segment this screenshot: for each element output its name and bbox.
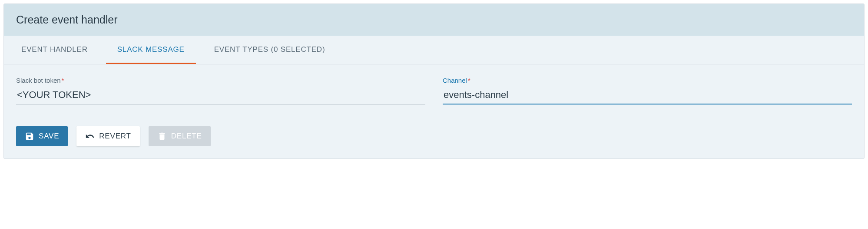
- save-icon: [25, 131, 34, 141]
- tab-slack-message[interactable]: SLACK MESSAGE: [106, 36, 196, 64]
- tab-event-handler[interactable]: EVENT HANDLER: [10, 36, 99, 64]
- save-button-label: SAVE: [39, 132, 59, 141]
- field-slack-bot-token: Slack bot token*: [16, 77, 425, 104]
- form-content: Slack bot token* Channel*: [4, 64, 864, 109]
- delete-button-label: DELETE: [171, 132, 202, 141]
- delete-button: DELETE: [149, 126, 211, 146]
- slack-bot-token-label: Slack bot token*: [16, 77, 425, 84]
- save-button[interactable]: SAVE: [16, 126, 68, 146]
- field-channel: Channel*: [443, 77, 852, 104]
- revert-button[interactable]: REVERT: [76, 126, 139, 146]
- actions-bar: SAVE REVERT DELETE: [4, 109, 864, 158]
- slack-bot-token-input[interactable]: [16, 87, 425, 104]
- channel-input[interactable]: [443, 87, 852, 104]
- channel-label: Channel*: [443, 77, 852, 84]
- create-event-handler-panel: Create event handler EVENT HANDLER SLACK…: [3, 3, 865, 159]
- revert-button-label: REVERT: [99, 132, 131, 141]
- label-text: Slack bot token: [16, 77, 61, 84]
- tab-event-types[interactable]: EVENT TYPES (0 SELECTED): [203, 36, 337, 64]
- panel-header: Create event handler: [4, 4, 864, 36]
- required-mark: *: [62, 77, 64, 84]
- trash-icon: [157, 131, 167, 141]
- label-text: Channel: [443, 77, 467, 84]
- page-title: Create event handler: [16, 13, 852, 26]
- undo-icon: [85, 131, 95, 141]
- required-mark: *: [468, 77, 470, 84]
- tabs-bar: EVENT HANDLER SLACK MESSAGE EVENT TYPES …: [4, 36, 864, 64]
